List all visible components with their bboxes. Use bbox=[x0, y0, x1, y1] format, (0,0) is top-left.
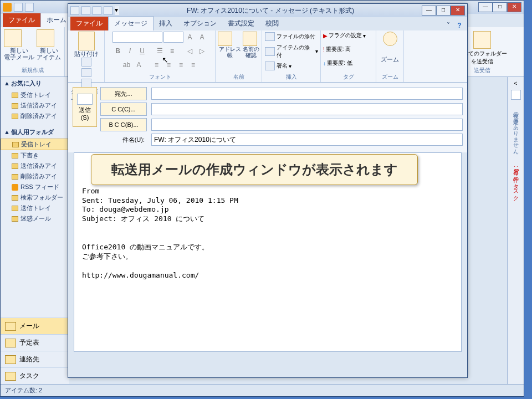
format-painter-icon[interactable] bbox=[81, 79, 91, 88]
attach-file-icon[interactable] bbox=[265, 32, 275, 41]
importance-high-label[interactable]: 重要度: 高 bbox=[326, 45, 351, 53]
addressbook-icon[interactable] bbox=[218, 32, 232, 46]
importance-low-label[interactable]: 重要度: 低 bbox=[327, 59, 352, 67]
qat-more-icon[interactable]: ▾ bbox=[115, 6, 119, 15]
status-bar: アイテム数: 2 bbox=[1, 384, 524, 396]
tutorial-callout: 転送用メールの作成ウィンドウが表示されます bbox=[91, 154, 418, 185]
send-envelope-icon bbox=[77, 94, 93, 105]
nav-favorites-header[interactable]: ▲お気に入り bbox=[1, 77, 69, 90]
msg-tab-format[interactable]: 書式設定 bbox=[222, 17, 260, 30]
subject-field[interactable] bbox=[151, 134, 463, 146]
help-icon[interactable]: ? bbox=[455, 22, 464, 30]
signature-icon[interactable] bbox=[265, 62, 275, 70]
group-insert-label: 挿入 bbox=[286, 73, 297, 81]
new-email-label: 新しい 電子メール bbox=[4, 47, 34, 60]
highlight-icon[interactable]: ab bbox=[121, 59, 132, 70]
message-window: ▾ FW: オフィス2010について - メッセージ (テキスト形式) — □ … bbox=[68, 3, 468, 378]
nav-deleted-fav[interactable]: 削除済みアイ bbox=[1, 111, 69, 121]
msg-close-button[interactable]: ✕ bbox=[451, 6, 465, 16]
indent-icon[interactable]: ▷ bbox=[197, 45, 208, 57]
qat-undo-icon[interactable] bbox=[93, 6, 101, 15]
qat-redo-icon[interactable] bbox=[104, 6, 112, 15]
tab-file[interactable]: ファイル bbox=[3, 13, 40, 27]
zoom-icon[interactable] bbox=[383, 32, 397, 46]
to-button[interactable]: 宛先... bbox=[100, 87, 147, 100]
flag-label[interactable]: フラグの設定 bbox=[329, 32, 362, 39]
nav-rss[interactable]: RSS フィード bbox=[1, 182, 69, 192]
cc-field[interactable] bbox=[151, 103, 463, 115]
grow-font-icon[interactable]: A bbox=[185, 32, 196, 43]
right-text2: 今日: 0 件のタスク bbox=[512, 166, 520, 198]
calendar-peek-icon[interactable] bbox=[511, 90, 521, 100]
send-button[interactable]: 送信 (S) bbox=[73, 87, 97, 127]
font-name-select[interactable] bbox=[112, 32, 162, 43]
nav-calendar[interactable]: 予定表 bbox=[1, 334, 69, 351]
copy-icon[interactable] bbox=[81, 68, 91, 77]
align-right-icon[interactable]: ≡ bbox=[176, 59, 187, 70]
dedent-icon[interactable]: ◁ bbox=[185, 45, 196, 57]
italic-button[interactable]: I bbox=[125, 45, 136, 57]
qat-save-icon[interactable] bbox=[81, 6, 90, 15]
right-collapse-icon[interactable]: < bbox=[514, 80, 518, 86]
zoom-label: ズーム bbox=[381, 56, 399, 63]
qat-undo-icon[interactable] bbox=[25, 3, 34, 12]
align-justify-icon[interactable]: ≡ bbox=[188, 59, 199, 70]
msg-tab-insert[interactable]: 挿入 bbox=[154, 17, 178, 30]
msg-tab-options[interactable]: オプション bbox=[178, 17, 222, 30]
msg-tab-message[interactable]: メッセージ bbox=[108, 16, 154, 30]
align-center-icon[interactable]: ≡ bbox=[163, 59, 175, 70]
bold-button[interactable]: B bbox=[112, 45, 124, 57]
nav-inbox-fav[interactable]: 受信トレイ bbox=[1, 90, 69, 100]
contacts-icon bbox=[5, 355, 16, 364]
mail-icon bbox=[5, 322, 16, 331]
nav-mail[interactable]: メール bbox=[1, 318, 69, 334]
nav-inbox[interactable]: 受信トレイ bbox=[1, 139, 69, 150]
nav-outbox[interactable]: 送信トレイ bbox=[1, 203, 69, 213]
right-text1: 今後の予定はありません。 bbox=[512, 109, 520, 157]
ribbon-collapse-icon[interactable]: ˅ bbox=[444, 22, 453, 30]
cc-button[interactable]: C C(C)... bbox=[100, 103, 147, 116]
bcc-button[interactable]: B C C(B)... bbox=[100, 118, 147, 131]
attach-item-label[interactable]: アイテムの添付 bbox=[277, 44, 314, 59]
to-field[interactable] bbox=[151, 88, 463, 100]
bullets-icon[interactable]: ☰ bbox=[155, 45, 166, 57]
send-receive-icon[interactable] bbox=[473, 31, 491, 49]
nav-contacts[interactable]: 連絡先 bbox=[1, 351, 69, 367]
message-title: FW: オフィス2010について - メッセージ (テキスト形式) bbox=[119, 6, 422, 16]
cut-icon[interactable] bbox=[81, 58, 91, 66]
font-size-select[interactable] bbox=[163, 32, 183, 43]
nav-sent[interactable]: 送信済みアイ bbox=[1, 161, 69, 171]
group-name-label: 名前 bbox=[233, 73, 244, 81]
msg-icon bbox=[70, 6, 79, 15]
msg-maximize-button[interactable]: □ bbox=[436, 6, 451, 16]
nav-deleted[interactable]: 削除済みアイ bbox=[1, 171, 69, 182]
signature-label[interactable]: 署名 bbox=[277, 62, 288, 70]
close-button[interactable]: ✕ bbox=[507, 2, 521, 12]
attach-file-label[interactable]: ファイルの添付 bbox=[277, 33, 315, 40]
align-left-icon[interactable]: ≡ bbox=[151, 59, 162, 70]
msg-tab-file[interactable]: ファイル bbox=[70, 17, 108, 30]
minimize-button[interactable]: — bbox=[478, 2, 493, 12]
font-color-icon[interactable]: A bbox=[134, 59, 145, 70]
nav-sent-fav[interactable]: 送信済みアイ bbox=[1, 100, 69, 111]
nav-personal-header[interactable]: ▲個人用フォルダ bbox=[1, 126, 69, 139]
checkname-icon[interactable] bbox=[243, 32, 257, 46]
nav-drafts[interactable]: 下書き bbox=[1, 150, 69, 161]
new-email-icon[interactable] bbox=[4, 29, 22, 47]
underline-button[interactable]: U bbox=[137, 45, 148, 57]
bcc-field[interactable] bbox=[151, 119, 463, 131]
paste-icon[interactable] bbox=[78, 32, 95, 50]
nav-search[interactable]: 検索フォルダー bbox=[1, 192, 69, 203]
numbering-icon[interactable]: ≡ bbox=[167, 45, 178, 57]
right-pane: < 今後の予定はありません。 今日: 0 件のタスク bbox=[507, 77, 524, 384]
nav-junk[interactable]: 迷惑メール bbox=[1, 213, 69, 224]
nav-tasks[interactable]: タスク bbox=[1, 367, 69, 384]
attach-item-icon[interactable] bbox=[265, 47, 275, 56]
group-zoom-label: ズーム bbox=[382, 73, 398, 81]
shrink-font-icon[interactable]: A bbox=[197, 32, 208, 43]
msg-tab-review[interactable]: 校閲 bbox=[260, 17, 284, 30]
qat-send-receive-icon[interactable] bbox=[14, 3, 23, 12]
msg-minimize-button[interactable]: — bbox=[422, 6, 436, 16]
maximize-button[interactable]: □ bbox=[493, 2, 507, 12]
new-items-icon[interactable] bbox=[37, 29, 54, 47]
